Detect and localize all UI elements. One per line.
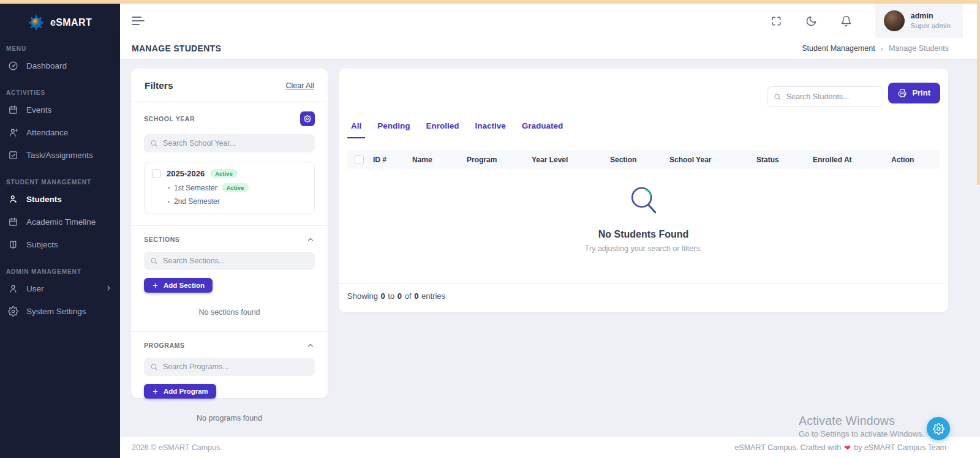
- sidebar-item-label: User: [26, 284, 44, 293]
- theme-settings-fab-button[interactable]: [927, 417, 950, 440]
- column-status: Status: [756, 156, 813, 164]
- breadcrumb-parent[interactable]: Student Management: [802, 44, 875, 53]
- gear-icon: [933, 423, 944, 435]
- semester-label: 1st Semester: [174, 184, 217, 192]
- sections-label: SECTIONS: [144, 236, 179, 243]
- plus-icon: [152, 282, 159, 289]
- programs-filter: PROGRAMS Add Program No programs found: [131, 332, 328, 437]
- bullet-icon: [168, 187, 170, 189]
- notifications-bell-icon[interactable]: [840, 15, 852, 27]
- school-year-value: 2025-2026: [167, 169, 205, 178]
- chevron-up-icon[interactable]: [306, 341, 315, 350]
- select-all-checkbox[interactable]: [355, 155, 364, 164]
- sidebar-item-label: Subjects: [26, 240, 58, 249]
- pagination-summary: Showing 0 to 0 of 0 entries: [339, 283, 948, 309]
- tab-pending[interactable]: Pending: [374, 121, 413, 138]
- user-name: admin: [911, 12, 951, 21]
- filters-panel: Filters Clear All SCHOOL YEAR 2025-2026 …: [131, 69, 328, 398]
- bullet-icon: [168, 201, 170, 203]
- dark-mode-icon[interactable]: [805, 15, 817, 27]
- add-section-label: Add Section: [164, 282, 205, 289]
- students-panel: Print All Pending Enrolled Inactive Grad…: [339, 69, 948, 312]
- tab-all[interactable]: All: [347, 121, 365, 138]
- column-school-year: School Year: [669, 156, 756, 164]
- user-menu[interactable]: admin Super admin: [875, 4, 963, 38]
- chevron-up-icon[interactable]: [306, 235, 315, 244]
- active-badge: Active: [222, 183, 249, 192]
- students-search-input[interactable]: [786, 92, 877, 101]
- page-header: MANAGE STUDENTS Student Management › Man…: [120, 38, 980, 59]
- add-section-button[interactable]: Add Section: [144, 278, 213, 293]
- school-year-search-input[interactable]: [163, 139, 309, 148]
- semester-item[interactable]: 2nd Semester: [168, 197, 307, 206]
- semester-item[interactable]: 1st Semester Active: [168, 183, 307, 192]
- scrollbar-thumb[interactable]: [977, 4, 980, 185]
- sidebar-item-label: Attendance: [26, 128, 68, 137]
- page-title: MANAGE STUDENTS: [132, 43, 221, 53]
- column-program: Program: [467, 156, 532, 164]
- print-button[interactable]: Print: [888, 83, 940, 103]
- brand-name: eSMART: [50, 17, 92, 28]
- plus-icon: [152, 388, 159, 395]
- column-section: Section: [610, 156, 669, 164]
- user-icon: [8, 283, 18, 294]
- gear-icon: [304, 115, 311, 122]
- column-name: Name: [412, 156, 467, 164]
- printer-icon: [898, 89, 907, 97]
- status-tabs: All Pending Enrolled Inactive Graduated: [339, 121, 948, 138]
- tab-enrolled[interactable]: Enrolled: [423, 121, 463, 138]
- sidebar-item-events[interactable]: Events: [0, 99, 120, 121]
- programs-label: PROGRAMS: [144, 342, 185, 349]
- column-id: ID #: [373, 156, 412, 164]
- sidebar-item-attendance[interactable]: Attendance: [0, 121, 120, 144]
- sidebar-toggle-button[interactable]: [132, 17, 146, 25]
- breadcrumb: Student Management › Manage Students: [802, 44, 949, 53]
- fullscreen-icon[interactable]: [771, 15, 782, 27]
- clear-all-link[interactable]: Clear All: [285, 81, 314, 90]
- programs-search-input[interactable]: [163, 362, 309, 371]
- activate-windows-watermark: Activate Windows Go to Settings to activ…: [799, 414, 924, 438]
- sidebar-section-student-management: STUDENT MANAGEMENT: [6, 179, 114, 186]
- sidebar-item-task-assignments[interactable]: Task/Assignments: [0, 144, 120, 167]
- tab-graduated[interactable]: Graduated: [518, 121, 567, 138]
- calendar-icon: [8, 217, 18, 227]
- sidebar-item-label: Task/Assignments: [26, 151, 93, 160]
- school-year-checkbox[interactable]: [152, 169, 161, 178]
- empty-search-icon: [625, 182, 663, 220]
- sidebar-item-system-settings[interactable]: System Settings: [0, 300, 120, 323]
- watermark-line1: Activate Windows: [799, 414, 924, 428]
- dashboard-icon: [8, 61, 18, 71]
- sidebar-item-dashboard[interactable]: Dashboard: [0, 54, 120, 77]
- column-enrolled-at: Enrolled At: [813, 156, 891, 164]
- brand-gear-icon: [28, 15, 44, 31]
- search-icon: [774, 92, 781, 101]
- school-year-filter: SCHOOL YEAR 2025-2026 Active 1st Semeste…: [131, 102, 328, 225]
- sidebar-item-user[interactable]: User: [0, 277, 120, 300]
- avatar: [884, 10, 905, 31]
- sidebar-item-students[interactable]: Students: [0, 188, 120, 211]
- chevron-right-icon: ›: [881, 44, 883, 53]
- brand-logo: eSMART: [0, 12, 120, 33]
- add-program-button[interactable]: Add Program: [144, 384, 216, 399]
- school-year-label: SCHOOL YEAR: [144, 115, 195, 122]
- search-icon: [150, 139, 158, 148]
- top-accent-strip: [0, 0, 980, 4]
- sections-empty-text: No sections found: [144, 308, 315, 317]
- sections-search-input[interactable]: [163, 257, 309, 265]
- student-icon: [8, 194, 18, 205]
- sidebar-section-admin-management: ADMIN MANAGEMENT: [6, 268, 114, 275]
- sidebar-item-academic-timeline[interactable]: Academic Timeline: [0, 211, 120, 233]
- search-icon: [150, 257, 158, 265]
- topbar: admin Super admin: [120, 4, 980, 38]
- sidebar-section-menu: MENU: [6, 45, 114, 52]
- semester-label: 2nd Semester: [174, 197, 220, 206]
- heart-icon: ❤: [844, 443, 851, 452]
- sidebar-item-label: Academic Timeline: [26, 217, 96, 227]
- tab-inactive[interactable]: Inactive: [472, 121, 510, 138]
- book-icon: [8, 239, 18, 250]
- calendar-icon: [8, 105, 18, 115]
- gear-icon: [8, 306, 18, 317]
- school-year-settings-button[interactable]: [300, 111, 315, 126]
- sidebar-item-subjects[interactable]: Subjects: [0, 233, 120, 256]
- active-badge: Active: [210, 169, 238, 178]
